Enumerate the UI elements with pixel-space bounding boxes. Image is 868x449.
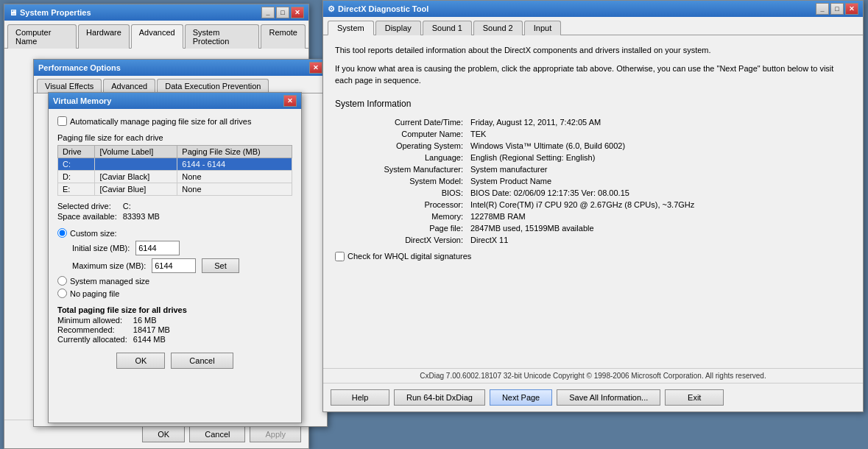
sys-props-icon: 🖥 xyxy=(9,8,17,17)
sysinfo-row-os: Operating System: Windows Vista™ Ultimat… xyxy=(335,140,851,152)
sysinfo-row-bios: BIOS: BIOS Date: 02/06/09 12:17:35 Ver: … xyxy=(335,187,851,199)
max-size-input[interactable] xyxy=(152,258,196,273)
language-value: English (Regional Setting: English) xyxy=(467,152,851,163)
perf-tab-bar: Visual Effects Advanced Data Execution P… xyxy=(34,76,327,93)
virt-mem-title-bar: Virtual Memory ✕ xyxy=(49,93,301,109)
directx-minimize-btn[interactable]: _ xyxy=(816,3,829,15)
sys-props-minimize-btn[interactable]: _ xyxy=(261,7,275,18)
directx-title-text: DirectX Diagnostic Tool xyxy=(338,4,428,13)
directx-body: System Display Sound 1 Sound 2 Input Thi… xyxy=(323,17,863,411)
os-label: Operating System: xyxy=(335,140,467,152)
directx-footer: CxDiag 7.00.6002.18107 32-bit Unicode Co… xyxy=(323,368,863,383)
currently-allocated-label: Currently allocated: xyxy=(57,335,127,344)
memory-label: Memory: xyxy=(335,211,467,222)
directx-maximize-btn[interactable]: □ xyxy=(830,3,844,15)
drive-info-section: Selected drive: C: Space available: 8339… xyxy=(57,202,292,221)
memory-value: 12278MB RAM xyxy=(467,211,851,222)
perf-tb-buttons: ✕ xyxy=(309,62,322,74)
auto-manage-checkbox[interactable] xyxy=(57,116,67,126)
directx-close-btn[interactable]: ✕ xyxy=(845,3,858,15)
dx-tab-system[interactable]: System xyxy=(328,21,374,35)
tab-computer-name[interactable]: Computer Name xyxy=(7,24,77,49)
processor-label: Processor: xyxy=(335,199,467,211)
volume-header: [Volume Label] xyxy=(95,146,177,158)
no-paging-radio[interactable] xyxy=(57,289,67,298)
system-managed-row: System managed size xyxy=(57,276,292,286)
table-row[interactable]: C: 6144 - 6144 xyxy=(58,158,292,171)
sys-props-close-btn[interactable]: ✕ xyxy=(291,7,304,18)
selected-drive-label: Selected drive: xyxy=(57,202,117,211)
recommended-label: Recommended: xyxy=(57,325,127,334)
directx-title-left: ⚙ DirectX Diagnostic Tool xyxy=(328,4,428,14)
drive-e-label: [Caviar Blue] xyxy=(95,183,177,196)
drive-d-size: None xyxy=(177,171,292,183)
sys-props-maximize-btn[interactable]: □ xyxy=(276,7,289,18)
virt-mem-title-left: Virtual Memory xyxy=(53,96,111,105)
virt-mem-tb-buttons: ✕ xyxy=(283,95,297,107)
min-allowed-value: 16 MB xyxy=(133,316,292,325)
sys-props-title-text: System Properties xyxy=(20,8,91,17)
perf-tab-dep[interactable]: Data Execution Prevention xyxy=(157,79,269,93)
drive-c-letter: C: xyxy=(58,158,95,171)
sys-props-cancel-btn[interactable]: Cancel xyxy=(189,426,245,442)
dx-tab-display[interactable]: Display xyxy=(375,21,421,35)
directx-title-bar: ⚙ DirectX Diagnostic Tool _ □ ✕ xyxy=(323,1,863,17)
initial-size-label: Initial size (MB): xyxy=(72,244,130,252)
system-info-table: Current Date/Time: Friday, August 12, 20… xyxy=(335,116,851,246)
tab-hardware[interactable]: Hardware xyxy=(78,24,130,49)
datetime-label: Current Date/Time: xyxy=(335,116,467,128)
directxversion-value: DirectX 11 xyxy=(467,234,851,246)
run-64bit-button[interactable]: Run 64-bit DxDiag xyxy=(394,389,485,406)
whql-checkbox[interactable] xyxy=(335,252,345,261)
help-button[interactable]: Help xyxy=(331,389,389,406)
table-row[interactable]: D: [Caviar Black] None xyxy=(58,171,292,183)
total-section: Total paging file size for all drives Mi… xyxy=(57,305,292,344)
virt-mem-close-btn[interactable]: ✕ xyxy=(283,95,297,107)
virt-mem-cancel-btn[interactable]: Cancel xyxy=(171,353,233,369)
dx-tab-sound1[interactable]: Sound 1 xyxy=(423,21,472,35)
drive-d-label: [Caviar Black] xyxy=(95,171,177,183)
directx-icon: ⚙ xyxy=(328,4,335,14)
dx-tab-sound2[interactable]: Sound 2 xyxy=(473,21,523,35)
sys-props-ok-btn[interactable]: OK xyxy=(142,426,185,442)
custom-size-radio[interactable] xyxy=(57,228,67,238)
perf-close-btn[interactable]: ✕ xyxy=(309,62,322,74)
sysinfo-row-pagefile: Page file: 2847MB used, 15199MB availabl… xyxy=(335,222,851,234)
sysinfo-row-datetime: Current Date/Time: Friday, August 12, 20… xyxy=(335,116,851,128)
sys-props-tb-buttons: _ □ ✕ xyxy=(261,7,304,18)
directx-intro-1: This tool reports detailed information a… xyxy=(335,44,851,57)
sys-props-apply-btn[interactable]: Apply xyxy=(250,426,301,442)
tab-advanced[interactable]: Advanced xyxy=(131,24,183,49)
manufacturer-value: System manufacturer xyxy=(467,163,851,175)
drive-c-label xyxy=(95,158,177,171)
tab-remote[interactable]: Remote xyxy=(261,24,306,49)
sysinfo-row-processor: Processor: Intel(R) Core(TM) i7 CPU 920 … xyxy=(335,199,851,211)
tab-system-protection[interactable]: System Protection xyxy=(185,24,260,49)
whql-row: Check for WHQL digital signatures xyxy=(335,252,851,261)
paging-section-label: Paging file size for each drive xyxy=(57,133,292,142)
computername-label: Computer Name: xyxy=(335,128,467,140)
min-allowed-label: Minimum allowed: xyxy=(57,316,127,325)
save-all-button[interactable]: Save All Information... xyxy=(557,389,660,406)
initial-size-input[interactable] xyxy=(135,241,180,255)
next-page-button[interactable]: Next Page xyxy=(490,389,552,406)
exit-button[interactable]: Exit xyxy=(665,389,724,406)
sys-props-tab-bar: Computer Name Hardware Advanced System P… xyxy=(4,21,308,49)
virt-mem-ok-btn[interactable]: OK xyxy=(116,353,165,369)
selected-drive-value: C: xyxy=(123,202,292,211)
table-row[interactable]: E: [Caviar Blue] None xyxy=(58,183,292,196)
sysinfo-row-model: System Model: System Product Name xyxy=(335,175,851,187)
perf-tab-advanced[interactable]: Advanced xyxy=(103,79,155,93)
model-value: System Product Name xyxy=(467,175,851,187)
no-paging-row: No paging file xyxy=(57,289,292,298)
max-size-label: Maximum size (MB): xyxy=(72,261,146,270)
perf-tab-visual[interactable]: Visual Effects xyxy=(37,79,102,93)
set-button[interactable]: Set xyxy=(202,258,239,273)
directx-buttons: Help Run 64-bit DxDiag Next Page Save Al… xyxy=(323,383,863,411)
dx-tab-input[interactable]: Input xyxy=(524,21,561,35)
ok-cancel-buttons: OK Cancel xyxy=(57,353,292,369)
sysinfo-row-memory: Memory: 12278MB RAM xyxy=(335,211,851,222)
system-managed-radio[interactable] xyxy=(57,276,67,286)
perf-options-title-bar: Performance Options ✕ xyxy=(34,60,327,76)
total-grid: Minimum allowed: 16 MB Recommended: 1841… xyxy=(57,316,292,344)
